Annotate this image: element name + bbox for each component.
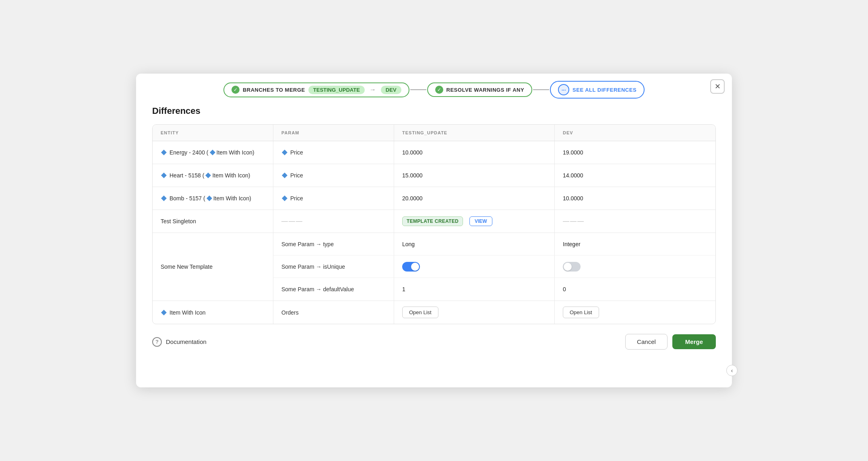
- chevron-left-icon: ‹: [731, 367, 733, 374]
- entity-some-new-template: Some New Template: [153, 233, 273, 300]
- value-defaultvalue-testing: 1: [394, 278, 555, 300]
- bottom-actions: Cancel Merge: [625, 334, 716, 350]
- bottom-bar: ? Documentation Cancel Merge: [136, 324, 732, 350]
- row-bomb: Bomb - 5157 ( Item With Icon) Price 20.0…: [153, 187, 715, 210]
- sub-row-defaultvalue: Some Param → defaultValue 1 0: [273, 278, 715, 300]
- value-heart-testing: 15.0000: [394, 164, 555, 187]
- param-bomb: Price: [273, 187, 394, 210]
- table-row: Energy - 2400 ( Item With Icon) Price 10…: [153, 141, 715, 164]
- svg-marker-5: [282, 173, 287, 178]
- param-orders: Orders: [273, 301, 394, 324]
- documentation-link[interactable]: ? Documentation: [152, 337, 207, 347]
- documentation-label: Documentation: [166, 338, 207, 345]
- view-button[interactable]: VIEW: [469, 216, 492, 226]
- entity-bomb: Bomb - 5157 ( Item With Icon): [153, 187, 273, 210]
- workflow-step-2: ✓ RESOLVE WARNINGS IF ANY: [427, 82, 533, 97]
- diamond-icon-param: [281, 195, 288, 202]
- table-row: Bomb - 5157 ( Item With Icon) Price 20.0…: [153, 187, 715, 210]
- col-dev: DEV: [555, 125, 715, 141]
- svg-marker-7: [207, 196, 212, 201]
- row-item-with-icon: Item With Icon Orders Open List Open Lis…: [153, 301, 715, 324]
- step3-label: SEE ALL DIFFERENCES: [572, 87, 637, 93]
- value-bomb-dev: 10.0000: [555, 187, 715, 210]
- value-bomb-testing: 20.0000: [394, 187, 555, 210]
- value-isunique-dev: [555, 255, 715, 278]
- diamond-icon: [161, 149, 167, 156]
- branch-to: DEV: [381, 86, 401, 94]
- svg-marker-1: [210, 150, 215, 155]
- row-heart: Heart - 5158 ( Item With Icon) Price 15.…: [153, 164, 715, 187]
- value-singleton-dev: ———: [555, 210, 715, 233]
- table-header: ENTITY PARAM TESTING_UPDATE DEV: [153, 125, 715, 141]
- param-type: Some Param → type: [273, 233, 394, 255]
- diamond-icon-param: [281, 172, 288, 179]
- param-isunique: Some Param → isUnique: [273, 255, 394, 278]
- open-list-button-dev[interactable]: Open List: [563, 307, 599, 318]
- entity-heart: Heart - 5158 ( Item With Icon): [153, 164, 273, 187]
- svg-marker-3: [161, 173, 167, 178]
- branch-arrow: →: [370, 86, 376, 93]
- diamond-icon-inner: [205, 172, 211, 179]
- svg-marker-8: [282, 196, 287, 201]
- diamond-icon-inner: [209, 149, 216, 156]
- param-heart: Price: [273, 164, 394, 187]
- table-row: Test Singleton ——— TEMPLATE CREATED VIEW…: [153, 210, 715, 233]
- connector-1: [410, 89, 426, 90]
- merge-button[interactable]: Merge: [672, 334, 716, 349]
- value-energy-testing: 10.0000: [394, 141, 555, 164]
- cancel-button[interactable]: Cancel: [625, 334, 668, 350]
- entity-test-singleton: Test Singleton: [153, 210, 273, 233]
- row-some-new-template: Some New Template Some Param → type Long…: [153, 233, 715, 301]
- sub-row-isunique: Some Param → isUnique: [273, 255, 715, 278]
- dots-icon: ···: [558, 84, 569, 95]
- section-title: Differences: [152, 106, 716, 116]
- toggle-on[interactable]: [402, 262, 420, 272]
- param-defaultvalue: Some Param → defaultValue: [273, 278, 394, 300]
- param-energy: Price: [273, 141, 394, 164]
- dash-placeholder-dev: ———: [563, 218, 585, 225]
- svg-marker-2: [282, 150, 287, 155]
- diamond-icon-inner: [206, 195, 213, 202]
- value-isunique-testing: [394, 255, 555, 278]
- value-defaultvalue-dev: 0: [555, 278, 715, 300]
- svg-marker-6: [161, 196, 167, 201]
- svg-marker-4: [205, 173, 211, 178]
- close-icon: ✕: [715, 82, 721, 91]
- workflow-step-3[interactable]: ··· SEE ALL DIFFERENCES: [550, 81, 645, 99]
- toggle-off[interactable]: [563, 262, 581, 272]
- toggle-knob-off: [564, 263, 572, 271]
- dash-placeholder: ———: [281, 218, 303, 225]
- value-heart-dev: 14.0000: [555, 164, 715, 187]
- row-energy: Energy - 2400 ( Item With Icon) Price 10…: [153, 141, 715, 164]
- compound-sub-rows: Some Param → type Long Integer Some Para…: [273, 233, 715, 300]
- open-list-button-testing[interactable]: Open List: [402, 307, 438, 318]
- step2-label: RESOLVE WARNINGS IF ANY: [446, 87, 525, 93]
- col-param: PARAM: [273, 125, 394, 141]
- modal-container: ✓ BRANCHES TO MERGE TESTING_UPDATE → DEV…: [136, 74, 732, 387]
- diamond-icon: [161, 172, 167, 179]
- col-entity: ENTITY: [153, 125, 273, 141]
- diamond-icon-param: [281, 149, 288, 156]
- question-icon: ?: [152, 337, 162, 347]
- check-icon-1: ✓: [231, 86, 240, 94]
- value-type-testing: Long: [394, 233, 555, 255]
- col-testing-update: TESTING_UPDATE: [394, 125, 555, 141]
- compound-row: Some New Template Some Param → type Long…: [153, 233, 715, 300]
- table-row: Item With Icon Orders Open List Open Lis…: [153, 301, 715, 324]
- main-content: Differences ENTITY PARAM TESTING_UPDATE …: [136, 106, 732, 324]
- differences-table: ENTITY PARAM TESTING_UPDATE DEV Energy -…: [152, 124, 716, 324]
- close-button[interactable]: ✕: [710, 79, 725, 94]
- value-type-dev: Integer: [555, 233, 715, 255]
- row-test-singleton: Test Singleton ——— TEMPLATE CREATED VIEW…: [153, 210, 715, 233]
- check-icon-2: ✓: [435, 86, 443, 94]
- value-energy-dev: 19.0000: [555, 141, 715, 164]
- connector-2: [533, 89, 549, 90]
- diamond-icon: [161, 195, 167, 202]
- chevron-collapse[interactable]: ‹: [726, 365, 738, 376]
- value-orders-dev: Open List: [555, 301, 715, 324]
- workflow-bar: ✓ BRANCHES TO MERGE TESTING_UPDATE → DEV…: [136, 74, 732, 106]
- toggle-knob: [411, 263, 419, 271]
- diamond-icon-entity: [161, 309, 167, 316]
- value-singleton-testing: TEMPLATE CREATED VIEW: [394, 210, 555, 233]
- value-orders-testing: Open List: [394, 301, 555, 324]
